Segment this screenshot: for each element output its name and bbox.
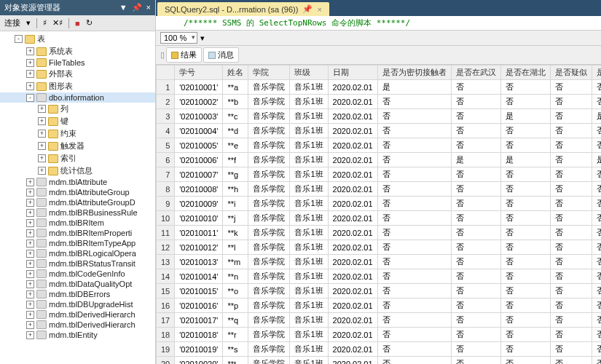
tree-node[interactable]: +系统表 [0, 45, 155, 58]
expand-icon[interactable]: + [38, 154, 46, 162]
cell[interactable]: 否 [377, 182, 451, 197]
cell[interactable]: 音乐1班 [290, 226, 328, 240]
tree-node[interactable]: +mdm.tblBRStatusTransit [0, 258, 155, 269]
expand-icon[interactable]: + [38, 105, 46, 113]
cell[interactable]: 音乐1班 [290, 342, 328, 357]
table-row[interactable]: 10'02010010'**j音乐学院音乐1班2020.02.01否否否否否 [157, 211, 602, 226]
cell[interactable]: **n [223, 269, 248, 284]
cell[interactable]: 音乐学院 [248, 357, 290, 365]
expand-icon[interactable]: + [26, 178, 34, 186]
cell[interactable]: 音乐学院 [248, 328, 290, 342]
cell[interactable]: 否 [377, 95, 451, 109]
cell[interactable]: 音乐1班 [290, 197, 328, 211]
cell[interactable]: 否 [500, 211, 550, 226]
cell[interactable]: 音乐学院 [248, 124, 290, 138]
cell[interactable]: 音乐学院 [248, 109, 290, 124]
row-number[interactable]: 4 [157, 124, 175, 138]
cell[interactable]: **c [223, 109, 248, 124]
cell[interactable]: 否 [451, 182, 500, 197]
cell[interactable]: '02010016' [175, 298, 223, 313]
tree-node[interactable]: +mdm.tblAttributeGroupD [0, 197, 155, 207]
cell[interactable]: 否 [592, 197, 601, 211]
row-number[interactable]: 18 [157, 328, 175, 342]
cell[interactable]: 否 [592, 255, 601, 269]
expand-icon[interactable]: + [26, 240, 34, 248]
table-row[interactable]: 9'02010009'**i音乐学院音乐1班2020.02.01否否否否否 [157, 197, 602, 211]
cell[interactable]: 否 [550, 357, 592, 365]
object-tree[interactable]: -表+系统表+FileTables+外部表+图形表-dbo.informatio… [0, 31, 155, 364]
cell[interactable]: 否 [550, 328, 592, 342]
cell[interactable]: 否 [592, 182, 601, 197]
cell[interactable]: 2020.02.01 [328, 284, 377, 298]
expand-icon[interactable]: + [26, 199, 34, 207]
cell[interactable]: 音乐学院 [248, 298, 290, 313]
cell[interactable]: 否 [592, 226, 601, 240]
table-row[interactable]: 5'02010005'**e音乐学院音乐1班2020.02.01否否否否否 [157, 138, 602, 153]
cell[interactable]: 2020.02.01 [328, 167, 377, 182]
cell[interactable]: 音乐1班 [290, 182, 328, 197]
cell[interactable]: 音乐学院 [248, 153, 290, 167]
tree-node[interactable]: +mdm.tblBRLogicalOpera [0, 248, 155, 258]
cell[interactable]: '02010001' [175, 80, 223, 95]
panel-pin-icon[interactable]: 📌 [132, 3, 142, 12]
cell[interactable]: 音乐学院 [248, 80, 290, 95]
cell[interactable]: 否 [377, 328, 451, 342]
cell[interactable]: **o [223, 284, 248, 298]
cell[interactable]: **q [223, 313, 248, 328]
cell[interactable]: 否 [592, 269, 601, 284]
tree-node[interactable]: -表 [0, 33, 155, 45]
cell[interactable]: 音乐1班 [290, 211, 328, 226]
cell[interactable]: 音乐1班 [290, 167, 328, 182]
cell[interactable]: 否 [500, 80, 550, 95]
cell[interactable]: 音乐学院 [248, 167, 290, 182]
row-number[interactable]: 3 [157, 109, 175, 124]
cell[interactable]: 否 [550, 95, 592, 109]
tree-node[interactable]: +mdm.tblDBErrors [0, 289, 155, 299]
cell[interactable]: 否 [451, 124, 500, 138]
cell[interactable]: 音乐学院 [248, 211, 290, 226]
cell[interactable]: 音乐1班 [290, 153, 328, 167]
cell[interactable]: 否 [377, 138, 451, 153]
cell[interactable]: 否 [451, 138, 500, 153]
cell[interactable]: 否 [550, 298, 592, 313]
cell[interactable]: 否 [550, 138, 592, 153]
cell[interactable]: 否 [451, 255, 500, 269]
cell[interactable]: 否 [377, 197, 451, 211]
zoom-dropdown[interactable]: 100 % [160, 32, 197, 44]
cell[interactable]: 音乐1班 [290, 255, 328, 269]
cell[interactable]: 否 [592, 124, 601, 138]
cell[interactable]: 否 [550, 226, 592, 240]
cell[interactable]: 音乐学院 [248, 313, 290, 328]
cell[interactable]: '02010018' [175, 328, 223, 342]
cell[interactable]: 音乐学院 [248, 182, 290, 197]
cell[interactable]: 否 [500, 328, 550, 342]
cell[interactable]: 音乐1班 [290, 124, 328, 138]
tree-node[interactable]: -dbo.information [0, 92, 155, 103]
expand-icon[interactable]: + [26, 59, 34, 67]
column-header[interactable]: 是否在武汉 [451, 66, 500, 80]
cell[interactable]: 否 [451, 313, 500, 328]
cell[interactable]: 音乐学院 [248, 342, 290, 357]
row-number[interactable]: 5 [157, 138, 175, 153]
row-number[interactable]: 8 [157, 182, 175, 197]
cell[interactable]: '02010007' [175, 167, 223, 182]
expand-icon[interactable]: + [38, 130, 46, 138]
sql-editor[interactable]: /****** SSMS 的 SelectTopNRows 命令的脚本 ****… [156, 16, 601, 31]
cell[interactable]: 2020.02.01 [328, 153, 377, 167]
cell[interactable]: **k [223, 226, 248, 240]
cell[interactable]: 否 [451, 240, 500, 255]
expand-icon[interactable]: + [38, 167, 46, 175]
expand-icon[interactable]: - [26, 94, 34, 102]
cell[interactable]: '02010005' [175, 138, 223, 153]
cell[interactable]: 否 [592, 313, 601, 328]
cell[interactable]: 音乐学院 [248, 197, 290, 211]
column-header[interactable]: 是否确诊 [592, 66, 601, 80]
tree-node[interactable]: +触发器 [0, 140, 155, 152]
cell[interactable]: 2020.02.01 [328, 80, 377, 95]
cell[interactable]: 2020.02.01 [328, 138, 377, 153]
tree-node[interactable]: +键 [0, 115, 155, 127]
cell[interactable]: 否 [500, 298, 550, 313]
cell[interactable]: 2020.02.01 [328, 95, 377, 109]
cell[interactable]: 否 [451, 284, 500, 298]
cell[interactable]: 音乐1班 [290, 357, 328, 365]
